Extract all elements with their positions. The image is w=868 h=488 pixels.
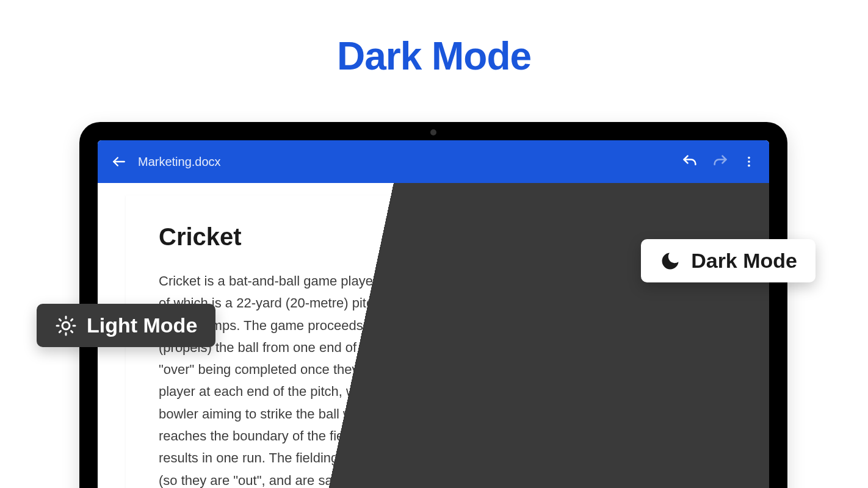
svg-point-0 xyxy=(62,322,70,329)
document-heading-dark: Cricket xyxy=(159,223,708,251)
tablet-camera-icon xyxy=(430,129,436,135)
document-title: Marketing.docx xyxy=(138,155,681,169)
sun-icon xyxy=(55,315,77,337)
topbar-actions xyxy=(681,153,756,170)
dark-mode-label: Dark Mode xyxy=(691,249,797,273)
more-vert-icon[interactable] xyxy=(742,155,756,168)
svg-line-7 xyxy=(59,331,60,332)
svg-line-4 xyxy=(71,331,72,332)
svg-line-8 xyxy=(71,319,72,320)
svg-point-12 xyxy=(748,165,750,167)
moon-icon xyxy=(659,250,681,272)
page-title: Dark Mode xyxy=(0,34,868,79)
app-topbar: Marketing.docx xyxy=(98,140,769,183)
light-mode-chip[interactable]: Light Mode xyxy=(37,304,215,347)
svg-point-10 xyxy=(748,157,750,159)
svg-line-3 xyxy=(59,319,60,320)
back-arrow-icon[interactable] xyxy=(111,154,127,170)
svg-point-11 xyxy=(748,160,750,163)
document-body-dark: Cricket is a bat-and-ball game played be… xyxy=(159,270,708,488)
dark-mode-chip[interactable]: Dark Mode xyxy=(641,239,816,282)
undo-icon[interactable] xyxy=(681,153,698,170)
light-mode-label: Light Mode xyxy=(87,314,197,337)
redo-icon[interactable] xyxy=(712,153,729,170)
